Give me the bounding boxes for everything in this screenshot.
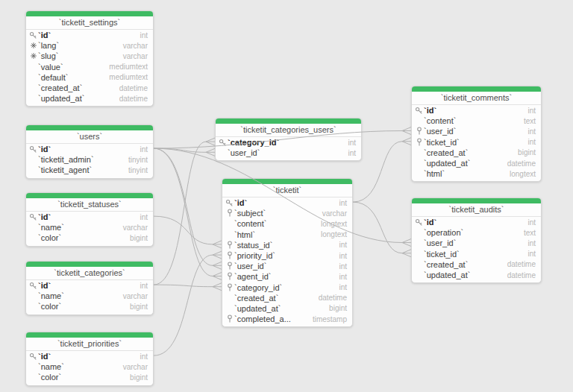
column-type: int — [140, 31, 148, 39]
column-row-name[interactable]: `name`varchar — [26, 222, 153, 233]
column-name: `updated_at` — [424, 271, 503, 279]
table-ticketit_statuses[interactable]: `ticketit_statuses``id`int`name`varchar`… — [25, 192, 154, 247]
column-type: int — [527, 107, 536, 115]
column-type: bigint — [130, 373, 148, 382]
column-name: `user_id` — [228, 148, 343, 157]
foreign-key-icon — [225, 251, 234, 260]
column-type: int — [339, 252, 347, 260]
column-name: `id` — [38, 31, 135, 39]
column-type: varchar — [322, 209, 347, 218]
column-name: `user_id` — [424, 127, 523, 136]
column-name: `color` — [38, 233, 125, 242]
table-ticketit_comments[interactable]: `ticketit_comments``id`int`content`text`… — [411, 86, 542, 182]
column-row-created_at[interactable]: `created_at`datetime — [412, 259, 541, 270]
column-row-id[interactable]: `id`int — [222, 197, 352, 208]
column-row-user_id[interactable]: `user_id`int — [412, 126, 541, 136]
table-ticketit_categories[interactable]: `ticketit_categories``id`int`name`varcha… — [25, 261, 154, 315]
table-title-ticketit_priorities: `ticketit_priorities` — [26, 338, 153, 351]
column-name: `created_at` — [424, 148, 513, 157]
column-row-created_at[interactable]: `created_at`bigint — [412, 148, 541, 158]
column-row-id[interactable]: `id`int — [26, 212, 153, 222]
column-row-color[interactable]: `color`bigint — [26, 372, 153, 382]
column-row-ticketit_admin[interactable]: `ticketit_admin`tinyint — [26, 154, 153, 165]
column-row-id[interactable]: `id`int — [26, 30, 153, 40]
table-ticketit_priorities[interactable]: `ticketit_priorities``id`int`name`varcha… — [25, 332, 154, 386]
column-type: varchar — [123, 52, 148, 60]
column-row-updated_at[interactable]: `updated_at`datetime — [412, 270, 541, 280]
foreign-key-icon — [225, 241, 234, 250]
column-type: longtext — [321, 230, 347, 238]
column-row-html[interactable]: `html`longtext — [222, 230, 352, 240]
column-row-updated_at[interactable]: `updated_at`datetime — [26, 93, 153, 104]
table-ticketit[interactable]: `ticketit``id`int`subject`varchar`conten… — [222, 178, 353, 327]
table-ticketit_settings[interactable]: `ticketit_settings``id`int`lang`varchar`… — [25, 10, 154, 107]
table-title-ticketit_settings: `ticketit_settings` — [26, 16, 153, 30]
column-type: int — [339, 262, 347, 271]
column-row-id[interactable]: `id`int — [26, 280, 153, 291]
column-row-ticket_id[interactable]: `ticket_id`int — [412, 137, 541, 148]
column-name: `completed_a... — [234, 314, 308, 323]
column-row-updated_at[interactable]: `updated_at`bigint — [222, 303, 352, 314]
column-row-default[interactable]: `default`mediumtext — [26, 72, 153, 83]
foreign-key-icon — [414, 127, 424, 136]
diagram-canvas[interactable]: `ticketit_settings``id`int`lang`varchar`… — [0, 0, 573, 392]
relationship-line — [154, 216, 222, 248]
column-row-created_at[interactable]: `created_at`datetime — [26, 83, 153, 93]
column-row-completed_a[interactable]: `completed_a...timestamp — [222, 314, 352, 324]
relationship-line — [154, 283, 222, 291]
column-name: `ticket_id` — [424, 250, 523, 259]
table-ticketit_categories_users[interactable]: `ticketit_categories_users``category_id`… — [215, 118, 362, 161]
foreign-key-icon — [225, 272, 234, 281]
column-row-name[interactable]: `name`varchar — [26, 361, 153, 372]
table-ticketit_audits[interactable]: `ticketit_audits``id`int`operation`text`… — [411, 197, 542, 283]
primary-key-icon — [28, 145, 38, 154]
column-name: `id` — [38, 352, 135, 361]
column-row-slug[interactable]: `slug`varchar — [26, 51, 153, 61]
column-row-id[interactable]: `id`int — [412, 217, 541, 227]
column-row-user_id[interactable]: `user_id`int — [216, 148, 361, 158]
table-header-bar — [26, 262, 153, 267]
primary-key-icon — [414, 218, 424, 227]
table-title-ticketit_statuses: `ticketit_statuses` — [26, 198, 153, 212]
column-row-subject[interactable]: `subject`varchar — [222, 208, 352, 218]
column-row-operation[interactable]: `operation`text — [412, 227, 541, 238]
column-row-user_id[interactable]: `user_id`int — [222, 261, 352, 271]
column-row-ticket_id[interactable]: `ticket_id`int — [412, 249, 541, 259]
column-row-content[interactable]: `content`text — [412, 116, 541, 126]
column-row-id[interactable]: `id`int — [26, 351, 153, 361]
column-name: `ticketit_agent` — [38, 165, 124, 174]
column-row-created_at[interactable]: `created_at`datetime — [222, 293, 352, 303]
column-row-updated_at[interactable]: `updated_at`datetime — [412, 158, 541, 168]
column-row-priority_id[interactable]: `priority_id`int — [222, 250, 352, 261]
column-row-value[interactable]: `value`mediumtext — [26, 62, 153, 72]
column-row-id[interactable]: `id`int — [26, 144, 153, 154]
table-header-bar — [412, 86, 541, 92]
column-row-content[interactable]: `content`longtext — [222, 218, 352, 229]
column-type: text — [524, 117, 536, 125]
column-type: varchar — [123, 363, 148, 371]
table-title-ticketit_categories_users: `ticketit_categories_users` — [216, 124, 361, 137]
column-row-name[interactable]: `name`varchar — [26, 291, 153, 301]
relationship-line — [154, 138, 215, 285]
column-name: `priority_id` — [234, 251, 334, 260]
column-row-category_id[interactable]: `category_id`int — [216, 137, 361, 148]
table-users[interactable]: `users``id`int`ticketit_admin`tinyint`ti… — [25, 124, 154, 179]
column-row-lang[interactable]: `lang`varchar — [26, 40, 153, 51]
column-row-color[interactable]: `color`bigint — [26, 301, 153, 312]
column-row-ticketit_agent[interactable]: `ticketit_agent`tinyint — [26, 165, 153, 175]
foreign-key-icon — [414, 138, 424, 147]
column-name: `lang` — [38, 41, 119, 50]
column-row-html[interactable]: `html`longtext — [412, 168, 541, 179]
column-row-status_id[interactable]: `status_id`int — [222, 240, 352, 250]
column-name: `user_id` — [424, 238, 523, 247]
column-name: `created_at` — [234, 294, 314, 303]
column-row-user_id[interactable]: `user_id`int — [412, 238, 541, 248]
column-name: `name` — [38, 291, 119, 300]
column-type: int — [140, 145, 148, 154]
column-row-agent_id[interactable]: `agent_id`int — [222, 271, 352, 282]
column-row-id[interactable]: `id`int — [412, 105, 541, 116]
column-row-color[interactable]: `color`bigint — [26, 233, 153, 243]
column-name: `updated_at` — [424, 159, 503, 168]
column-row-category_id[interactable]: `category_id`int — [222, 282, 352, 293]
column-name: `id` — [38, 281, 135, 290]
